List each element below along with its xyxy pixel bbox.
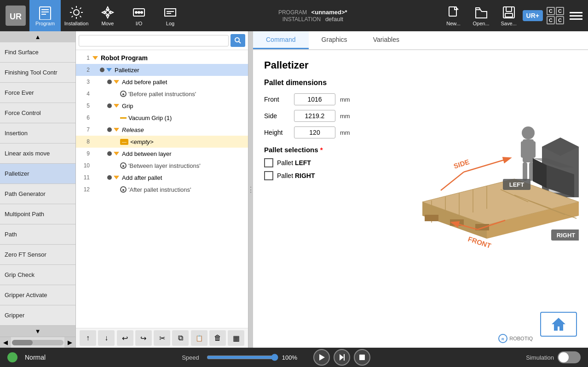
svg-rect-14 bbox=[506, 7, 512, 11]
tree-toolbar: ↑ ↓ ↩ ↪ ✂ ⧉ 📋 🗑 ▦ bbox=[76, 328, 248, 348]
io-btn[interactable]: I/O bbox=[123, 0, 155, 31]
dot-11 bbox=[107, 175, 112, 180]
pallet-right-checkbox[interactable] bbox=[264, 171, 273, 180]
h-scroll-left[interactable]: ◀ bbox=[0, 337, 11, 348]
sidebar-item-finishing[interactable]: Finishing Tool Contr bbox=[0, 63, 75, 83]
svg-rect-21 bbox=[530, 141, 536, 158]
robotiq-logo: R ROBOTIQ bbox=[498, 334, 533, 343]
sidebar-item-path[interactable]: Path bbox=[0, 224, 75, 245]
left-sidebar: ▲ Find Surface Finishing Tool Contr Forc… bbox=[0, 31, 76, 348]
log-btn[interactable]: Log bbox=[155, 0, 186, 31]
dot-2 bbox=[100, 68, 104, 72]
open-btn[interactable]: Open... bbox=[467, 5, 495, 26]
cc-item-1: C bbox=[547, 7, 555, 15]
installation-btn[interactable]: Installation bbox=[61, 0, 92, 31]
more-btn[interactable]: ▦ bbox=[228, 330, 244, 346]
sidebar-scroll-up[interactable]: ▲ bbox=[0, 31, 75, 42]
resize-handle-center[interactable] bbox=[248, 31, 253, 348]
paste-btn[interactable]: 📋 bbox=[191, 330, 208, 346]
hamburger-menu[interactable] bbox=[568, 10, 584, 22]
sidebar-item-path-generator[interactable]: Path Generator bbox=[0, 184, 75, 204]
sidebar-item-force-control[interactable]: Force Control bbox=[0, 103, 75, 123]
redo-btn[interactable]: ↪ bbox=[135, 330, 152, 346]
sidebar-item-palletizer[interactable]: Palletizer bbox=[0, 164, 75, 184]
pallet-3d-visualization: SIDE LEFT FRONT RIGHT bbox=[386, 105, 579, 252]
tree-row-10[interactable]: 10 ● 'Between layer instructions' bbox=[76, 160, 248, 172]
search-button[interactable] bbox=[231, 34, 245, 47]
step-button[interactable] bbox=[334, 349, 350, 366]
tree-row-3[interactable]: 3 Add before pallet bbox=[76, 76, 248, 88]
tab-bar: Command Graphics Variables bbox=[253, 31, 588, 50]
sidebar-item-zero-ft[interactable]: Zero FT Sensor bbox=[0, 245, 75, 265]
front-input[interactable] bbox=[294, 93, 335, 105]
svg-rect-39 bbox=[425, 215, 438, 221]
h-scroll-right[interactable]: ▶ bbox=[64, 337, 75, 348]
speed-pct: 100% bbox=[282, 354, 299, 361]
dot-3 bbox=[107, 80, 112, 84]
sidebar-item-gripper[interactable]: Gripper bbox=[0, 305, 75, 326]
program-btn[interactable]: Program bbox=[29, 0, 61, 31]
new-btn[interactable]: New... bbox=[440, 5, 467, 26]
row-2-text: Palletizer bbox=[115, 67, 139, 74]
tree-row-8[interactable]: 8 — <empty> bbox=[76, 136, 248, 148]
height-unit: mm bbox=[340, 129, 350, 136]
row-9-text: Add between layer bbox=[122, 150, 172, 157]
sidebar-scroll-down[interactable]: ▼ bbox=[0, 326, 75, 337]
save-btn[interactable]: Save... bbox=[495, 5, 523, 26]
tab-variables[interactable]: Variables bbox=[360, 31, 412, 49]
cc-item-3: C bbox=[547, 16, 555, 24]
right-panel: Command Graphics Variables Palletizer Pa… bbox=[253, 31, 588, 348]
height-input[interactable] bbox=[294, 126, 335, 138]
move-down-btn[interactable]: ↓ bbox=[98, 330, 115, 346]
tree-row-1[interactable]: 1 Robot Program bbox=[76, 52, 248, 64]
svg-marker-57 bbox=[319, 354, 325, 361]
tree-row-4[interactable]: 4 ● 'Before pallet instructions' bbox=[76, 88, 248, 100]
speed-slider[interactable] bbox=[207, 354, 278, 361]
sidebar-item-gripper-activate[interactable]: Gripper Activate bbox=[0, 285, 75, 305]
pallet-left-checkbox[interactable] bbox=[264, 158, 273, 167]
tree-row-12[interactable]: 12 ● 'After pallet instructions' bbox=[76, 184, 248, 195]
stop-button[interactable] bbox=[354, 349, 370, 366]
cc-item-4: C bbox=[556, 16, 564, 24]
move-up-btn[interactable]: ↑ bbox=[80, 330, 96, 346]
undo-btn[interactable]: ↩ bbox=[117, 330, 133, 346]
sidebar-item-find-surface[interactable]: Find Surface bbox=[0, 42, 75, 63]
row-6-text: Vacuum Grip (1) bbox=[128, 115, 172, 121]
home-button[interactable] bbox=[540, 312, 577, 337]
program-label: Program bbox=[35, 21, 55, 26]
move-btn[interactable]: Move bbox=[92, 0, 123, 31]
sidebar-item-multipoint-path[interactable]: Multipoint Path bbox=[0, 204, 75, 224]
svg-line-17 bbox=[239, 41, 241, 43]
svg-point-9 bbox=[135, 11, 137, 13]
height-label: Height bbox=[264, 129, 289, 136]
tree-row-2[interactable]: 2 Palletizer bbox=[76, 64, 248, 76]
collapse-icon-3 bbox=[114, 80, 119, 84]
tree-row-9[interactable]: 9 Add between layer bbox=[76, 148, 248, 160]
sidebar-item-linear-axis[interactable]: Linear axis move bbox=[0, 143, 75, 164]
delete-btn[interactable]: 🗑 bbox=[209, 330, 226, 346]
row-11-text: Add after pallet bbox=[122, 174, 162, 181]
pallet-selections-label: Pallet selections bbox=[264, 146, 318, 154]
side-input[interactable] bbox=[294, 110, 335, 122]
tree-row-5[interactable]: 5 Grip bbox=[76, 100, 248, 112]
svg-point-7 bbox=[106, 11, 110, 14]
status-bar: Normal Speed 100% Simulation bbox=[0, 348, 588, 367]
installation-name: default bbox=[325, 16, 343, 23]
status-text: Normal bbox=[25, 354, 46, 361]
collapse-icon-1 bbox=[92, 56, 98, 60]
sidebar-item-force-ever[interactable]: Force Ever bbox=[0, 83, 75, 103]
svg-rect-20 bbox=[521, 141, 526, 158]
play-button[interactable] bbox=[313, 349, 330, 366]
simulation-toggle[interactable] bbox=[558, 351, 581, 363]
sidebar-item-insertion[interactable]: Insertion bbox=[0, 123, 75, 143]
tree-row-6[interactable]: 6 Vacuum Grip (1) bbox=[76, 112, 248, 124]
cut-btn[interactable]: ✂ bbox=[154, 330, 170, 346]
tree-row-7[interactable]: 7 Release bbox=[76, 124, 248, 136]
sidebar-item-grip-check[interactable]: Grip Check bbox=[0, 265, 75, 285]
tab-graphics[interactable]: Graphics bbox=[309, 31, 360, 49]
sidebar-horiz-scroll: ◀ ▶ bbox=[0, 337, 75, 348]
tab-command[interactable]: Command bbox=[253, 31, 309, 49]
copy-btn[interactable]: ⧉ bbox=[172, 330, 189, 346]
search-input[interactable] bbox=[79, 35, 229, 46]
tree-row-11[interactable]: 11 Add after pallet bbox=[76, 172, 248, 184]
